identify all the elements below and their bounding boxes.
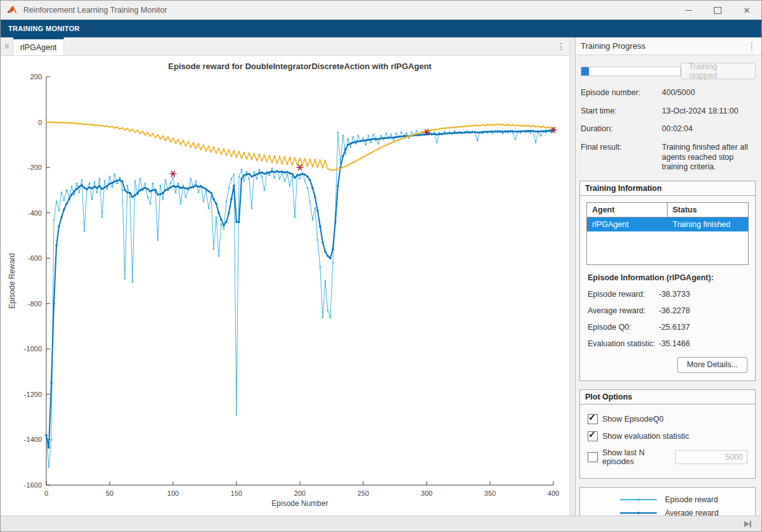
document-pane: ≡ rlPGAgent ⋮ 05010015020025030035040020…	[1, 37, 569, 516]
svg-text:Episode reward for DoubleInteg: Episode reward for DoubleIntegratorDiscr…	[168, 62, 432, 71]
marker-dot-icon	[637, 498, 640, 501]
chart-legend: Episode reward Average reward Episode Q0	[579, 487, 756, 516]
groupbox-title: Training Information	[580, 181, 755, 196]
svg-text:-1000: -1000	[24, 345, 42, 353]
checkbox-label: Show evaluation statistic	[602, 432, 689, 441]
show-last-n-episodes-option: ✓ Show last N episodes	[588, 448, 747, 466]
table-empty-area	[587, 231, 748, 264]
svg-text:200: 200	[30, 73, 42, 81]
app-window: Reinforcement Learning Training Monitor …	[0, 0, 762, 532]
field-value: Training finished after all agents reach…	[662, 143, 754, 172]
checkbox-label: Show last N episodes	[602, 448, 675, 466]
svg-text:-800: -800	[28, 300, 42, 308]
training-plot-figure: 0501001502002503003504002000-200-400-600…	[1, 56, 569, 516]
svg-text:100: 100	[167, 490, 179, 497]
ribbon-tab-training-monitor[interactable]: TRAINING MONITOR	[1, 20, 761, 37]
svg-text:300: 300	[421, 490, 432, 497]
panel-options-kebab-icon[interactable]: ⋮	[747, 41, 756, 51]
titlebar: Reinforcement Learning Training Monitor …	[1, 1, 761, 20]
stat-value: -25.6137	[659, 323, 690, 332]
field-value: 00:02:04	[662, 124, 754, 134]
minimize-icon	[685, 10, 692, 11]
svg-text:Episode Reward: Episode Reward	[8, 253, 16, 309]
legend-average-reward: Average reward	[580, 507, 755, 516]
check-icon: ✓	[588, 429, 596, 439]
legend-label: Episode reward	[665, 495, 718, 505]
svg-text:-1400: -1400	[24, 436, 42, 443]
tab-strip: ≡ rlPGAgent ⋮	[1, 37, 569, 56]
start-time-row: Start time: 13-Oct-2024 18:11:00	[581, 107, 754, 117]
ribbon-label: TRAINING MONITOR	[8, 25, 80, 32]
svg-text:-600: -600	[28, 254, 42, 262]
evaluation-statistic-stat: Evaluation statistic: -35.1466	[588, 339, 747, 348]
table-row[interactable]: rlPGAgent Training finished	[587, 217, 748, 231]
last-n-episodes-input	[675, 450, 747, 464]
training-progress-fill	[581, 67, 589, 75]
training-information-groupbox: Training Information Agent Status rlPGAg…	[579, 181, 756, 381]
average-reward-line-swatch	[620, 512, 657, 514]
status-bar	[1, 516, 761, 531]
episode-number-row: Episode number: 400/5000	[581, 88, 754, 98]
checkbox-label: Show EpisodeQ0	[602, 415, 664, 424]
duration-row: Duration: 00:02:04	[581, 124, 754, 134]
final-result-row: Final result: Training finished after al…	[581, 143, 754, 172]
show-episodeq0-checkbox[interactable]: ✓	[588, 414, 598, 424]
svg-text:400: 400	[548, 490, 559, 497]
more-details-button[interactable]: More Details...	[677, 357, 747, 373]
stat-value: -35.1466	[659, 339, 690, 348]
svg-text:Episode Number: Episode Number	[271, 499, 328, 508]
svg-text:-1600: -1600	[24, 481, 42, 489]
tab-rlpgagent[interactable]: rlPGAgent	[13, 37, 64, 55]
svg-text:150: 150	[231, 490, 242, 497]
legend-label: Average reward	[665, 509, 719, 516]
svg-text:-200: -200	[28, 164, 42, 171]
pane-splitter[interactable]	[569, 37, 576, 516]
field-label: Duration:	[581, 124, 662, 134]
panel-header: Training Progress ⋮	[576, 37, 761, 55]
status-cell: Training finished	[668, 217, 748, 231]
stat-label: Episode Q0:	[588, 323, 659, 332]
field-label: Episode number:	[581, 88, 662, 98]
training-stopped-button: Training stopped	[681, 63, 756, 79]
marker-dot-icon	[637, 512, 640, 514]
show-evaluation-statistic-checkbox[interactable]: ✓	[588, 431, 598, 441]
svg-text:-400: -400	[28, 209, 42, 217]
episode-q0-stat: Episode Q0: -25.6137	[588, 323, 747, 332]
matlab-logo-icon	[7, 6, 18, 15]
plot-options-groupbox: Plot Options ✓ Show EpisodeQ0 ✓ Show eva…	[579, 389, 756, 479]
progress-row: Training stopped	[581, 63, 756, 79]
window-title: Reinforcement Learning Training Monitor	[23, 6, 674, 15]
column-header-status: Status	[668, 203, 748, 217]
stat-label: Episode reward:	[588, 290, 659, 299]
groupbox-title: Plot Options	[580, 390, 755, 405]
show-evaluation-statistic-option: ✓ Show evaluation statistic	[588, 431, 747, 441]
minimize-button[interactable]	[674, 1, 703, 20]
field-value: 400/5000	[662, 88, 754, 98]
agent-cell: rlPGAgent	[587, 217, 668, 231]
show-last-n-episodes-checkbox[interactable]: ✓	[588, 452, 598, 462]
tab-options-kebab-icon[interactable]: ⋮	[553, 37, 569, 55]
panel-title: Training Progress	[581, 41, 645, 51]
close-button[interactable]: ✕	[732, 1, 761, 20]
legend-episode-reward: Episode reward	[580, 493, 755, 507]
training-progress-bar	[581, 67, 681, 76]
stat-label: Evaluation statistic:	[588, 339, 659, 348]
training-progress-panel: Training Progress ⋮ Training stopped Epi…	[576, 37, 761, 516]
maximize-button[interactable]	[703, 1, 732, 20]
stat-value: -36.2278	[659, 306, 690, 315]
drag-grip-icon[interactable]: ≡	[1, 37, 13, 55]
field-label: Start time:	[581, 107, 662, 117]
svg-text:-1200: -1200	[24, 391, 42, 398]
episode-reward-line-swatch	[620, 499, 657, 500]
episode-reward-stat: Episode reward: -38.3733	[588, 290, 747, 299]
svg-text:0: 0	[44, 490, 48, 497]
svg-text:350: 350	[484, 490, 496, 497]
collapse-panel-icon[interactable]	[744, 521, 752, 528]
tab-label: rlPGAgent	[20, 43, 57, 52]
stat-value: -38.3733	[659, 290, 690, 299]
field-label: Final result:	[581, 143, 662, 172]
maximize-icon	[714, 7, 721, 14]
show-episodeq0-option: ✓ Show EpisodeQ0	[588, 414, 747, 424]
check-icon: ✓	[588, 412, 596, 422]
table-header-row: Agent Status	[587, 203, 748, 217]
